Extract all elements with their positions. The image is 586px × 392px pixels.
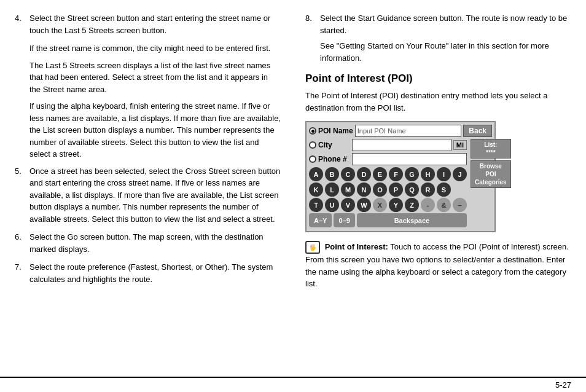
poi-mi-label: MI [453, 140, 467, 150]
key-L[interactable]: L [325, 182, 339, 197]
key-J[interactable]: J [453, 167, 467, 181]
item-6-num: 6. [15, 231, 29, 255]
key-S[interactable]: S [437, 182, 451, 197]
key-P[interactable]: P [389, 182, 403, 197]
poi-note: 🖐 Point of Interest: Touch to access the… [305, 241, 571, 290]
key-T[interactable]: T [309, 198, 323, 212]
item-4: 4. Select the Street screen button and s… [15, 12, 281, 36]
kbd-row-3: T U V W X Y Z - & – [309, 198, 467, 212]
item-4-text: Select the Street screen button and star… [29, 12, 281, 36]
key-O[interactable]: O [373, 182, 387, 197]
key-U[interactable]: U [325, 198, 339, 212]
poi-phone-radio[interactable] [309, 155, 316, 163]
list-btn-label: List: [475, 141, 507, 149]
poi-header-row: POI Name Input POI Name Back [309, 125, 492, 137]
browse-poi-button[interactable]: Browse POI Categories [471, 160, 511, 188]
browse-btn-line1: Browse [475, 162, 507, 170]
right-column: 8. Select the Start Guidance screen butt… [299, 12, 571, 370]
poi-name-label: POI Name [318, 127, 353, 135]
key-I[interactable]: I [437, 167, 451, 181]
poi-phone-label: Phone # [318, 155, 350, 163]
item-4-sub1: If the street name is common, the city m… [29, 42, 281, 55]
key-X[interactable]: X [373, 198, 387, 212]
poi-section-heading: Point of Interest (POI) [305, 73, 571, 85]
key-G[interactable]: G [405, 167, 419, 181]
list-button[interactable]: List: **** [471, 139, 511, 159]
note-bold-label: Point of Interest: [325, 242, 388, 251]
item-8: 8. Select the Start Guidance screen butt… [305, 12, 571, 36]
poi-phone-input[interactable] [352, 153, 467, 165]
item-8-sub: See "Getting Started on Your Route" late… [320, 40, 571, 64]
key-W[interactable]: W [357, 198, 371, 212]
item-5-num: 5. [15, 165, 29, 225]
key-V[interactable]: V [341, 198, 355, 212]
key-amp[interactable]: & [437, 198, 451, 212]
poi-section-intro: The Point of Interest (POI) destination … [305, 90, 571, 114]
browse-btn-line2: POI [475, 170, 507, 178]
poi-name-input[interactable]: Input POI Name [355, 125, 462, 137]
btn-ay[interactable]: A–Y [309, 213, 332, 227]
key-C[interactable]: C [341, 167, 355, 181]
kbd-row-2: K L M N O P Q R S [309, 182, 467, 197]
item-8-text: Select the Start Guidance screen button.… [320, 12, 571, 36]
poi-name-placeholder: Input POI Name [357, 127, 406, 135]
poi-right-buttons: List: **** Browse POI Categories [471, 139, 511, 229]
item-4-sub2: The Last 5 Streets screen displays a lis… [29, 60, 281, 96]
poi-main-area: City MI Phone # A B C [309, 139, 492, 229]
key-K[interactable]: K [309, 182, 323, 197]
browse-btn-line3: Categories [475, 178, 507, 186]
item-4-sub3: If using the alpha keyboard, finish ente… [29, 100, 281, 160]
kbd-bottom-row: A–Y 0–9 Backspace [309, 213, 467, 227]
key-dash[interactable]: - [421, 198, 435, 212]
key-endash[interactable]: – [453, 198, 467, 212]
key-Y[interactable]: Y [389, 198, 403, 212]
item-4-num: 4. [15, 12, 29, 36]
item-6-text: Select the Go screen button. The map scr… [29, 231, 281, 255]
key-M[interactable]: M [341, 182, 355, 197]
key-H[interactable]: H [421, 167, 435, 181]
item-6: 6. Select the Go screen button. The map … [15, 231, 281, 255]
key-R[interactable]: R [421, 182, 435, 197]
item-7-text: Select the route preference (Fastest, Sh… [29, 261, 281, 285]
poi-city-input[interactable] [352, 139, 451, 151]
page-number: 5-27 [555, 380, 571, 390]
key-A[interactable]: A [309, 167, 323, 181]
poi-ui-box: POI Name Input POI Name Back City MI [305, 121, 496, 232]
item-5-text: Once a street has been selected, select … [29, 165, 281, 225]
key-D[interactable]: D [357, 167, 371, 181]
key-N[interactable]: N [357, 182, 371, 197]
item-8-num: 8. [305, 12, 320, 36]
key-Z[interactable]: Z [405, 198, 419, 212]
poi-city-label: City [318, 141, 350, 149]
back-button[interactable]: Back [463, 125, 492, 137]
poi-keyboard-area: City MI Phone # A B C [309, 139, 467, 229]
key-F[interactable]: F [389, 167, 403, 181]
item-7: 7. Select the route preference (Fastest,… [15, 261, 281, 285]
left-column: 4. Select the Street screen button and s… [15, 12, 287, 370]
poi-city-radio[interactable] [309, 141, 316, 149]
page-footer: 5-27 [0, 377, 586, 392]
key-B[interactable]: B [325, 167, 339, 181]
poi-city-row: City MI [309, 139, 467, 151]
btn-backspace[interactable]: Backspace [357, 213, 467, 227]
key-Q[interactable]: Q [405, 182, 419, 197]
item-5: 5. Once a street has been selected, sele… [15, 165, 281, 225]
poi-name-radio[interactable] [309, 127, 316, 135]
item-7-num: 7. [15, 261, 29, 285]
hand-icon: 🖐 [305, 241, 320, 254]
btn-09[interactable]: 0–9 [334, 213, 354, 227]
kbd-row-1: A B C D E F G H I J [309, 167, 467, 181]
poi-phone-row: Phone # [309, 153, 467, 165]
list-btn-stars: **** [475, 149, 507, 157]
key-E[interactable]: E [373, 167, 387, 181]
